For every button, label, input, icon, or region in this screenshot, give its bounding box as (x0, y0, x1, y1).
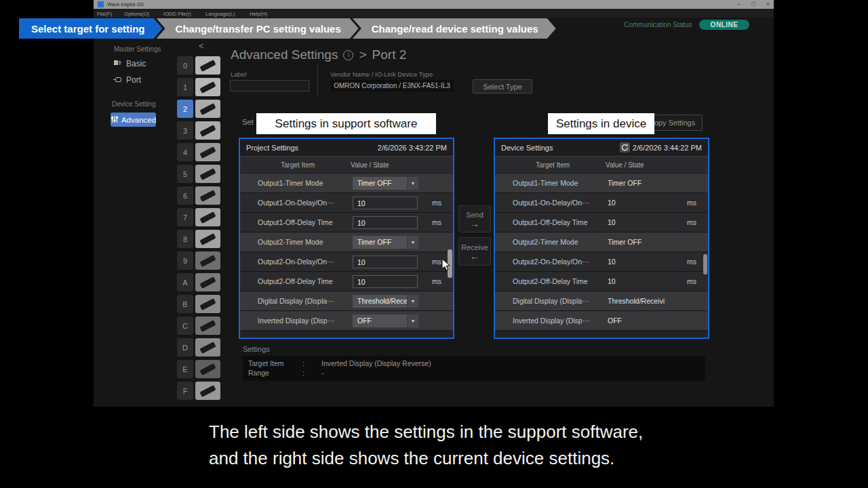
select-type-button[interactable]: Select Type (473, 79, 532, 94)
menu-item[interactable]: Options(O) (124, 10, 149, 16)
sidebar-item-advanced[interactable]: Advanced (111, 113, 156, 127)
port-item-9[interactable]: 9 (177, 251, 220, 270)
setting-row[interactable]: Output2-Off-Delay Time10ms (495, 272, 708, 291)
device-photo-icon (195, 317, 220, 335)
port-item-D[interactable]: D (177, 338, 220, 357)
column-value-state: Value / State (606, 161, 644, 169)
setting-row[interactable]: Digital Display (Displa···Threshold/Rece… (240, 291, 453, 311)
port-item-1[interactable]: 1 (177, 78, 220, 96)
setting-row[interactable]: Output1-Timer ModeTimer OFF (495, 174, 708, 193)
value-text: 10 (608, 258, 616, 266)
port-list: 0123456789ABCDEF (177, 56, 220, 400)
setting-item-label: Output1-Off-Delay Time (258, 218, 333, 226)
setting-row[interactable]: Output1-Timer ModeTimer OFF▼ (240, 174, 453, 193)
port-item-5[interactable]: 5 (177, 165, 220, 183)
setting-row[interactable]: Output2-Off-Delay Timems (240, 272, 453, 291)
setting-item-label: Digital Display (Displa··· (258, 297, 334, 305)
minimize-button[interactable]: – (737, 0, 741, 9)
device-photo-icon (195, 295, 220, 313)
setting-row[interactable]: Output2-On-Delay/On···10ms (495, 252, 708, 272)
port-icon (113, 75, 122, 85)
setting-item-label: Digital Display (Displa··· (513, 297, 589, 305)
menu-item[interactable]: Language(L) (205, 10, 235, 16)
port-item-7[interactable]: 7 (177, 208, 220, 226)
value-input[interactable] (353, 216, 418, 229)
value-input[interactable] (353, 275, 418, 288)
section-label-fragment: Set (242, 118, 254, 126)
port-item-E[interactable]: E (177, 360, 220, 378)
chevron-down-icon: ▼ (407, 314, 418, 327)
project-panel-header: Project Settings 2/6/2026 3:43:22 PM (240, 139, 453, 156)
device-panel-header: Device Settings 2/6/2026 3:44:22 PM (495, 139, 708, 156)
dropdown-value: Timer OFF (353, 177, 407, 190)
field-divider (317, 65, 318, 96)
device-timestamp: 2/6/2026 3:44:22 PM (633, 144, 702, 152)
port-number: 7 (177, 208, 193, 226)
port-item-6[interactable]: 6 (177, 186, 220, 205)
app-icon (98, 1, 104, 7)
device-settings-panel: Device Settings 2/6/2026 3:44:22 PM Targ… (494, 138, 709, 339)
refresh-icon[interactable] (620, 142, 630, 152)
menu-item[interactable]: IODD File(I) (163, 10, 191, 16)
device-shape (199, 146, 216, 159)
window-controls: –□× (737, 0, 770, 9)
port-item-A[interactable]: A (177, 273, 220, 291)
setting-row[interactable]: Output1-On-Delay/On···10ms (495, 193, 708, 213)
port-item-3[interactable]: 3 (177, 121, 220, 140)
value-text: 10 (608, 218, 616, 226)
port-item-C[interactable]: C (177, 317, 220, 335)
port-item-8[interactable]: 8 (177, 230, 220, 248)
maximize-button[interactable]: □ (751, 0, 755, 9)
setting-row[interactable]: Digital Display (Displa···Threshold/Rece… (495, 291, 708, 311)
value-dropdown[interactable]: OFF▼ (353, 314, 418, 327)
setting-row[interactable]: Output2-On-Delay/On···ms (240, 252, 453, 272)
setting-row[interactable]: Inverted Display (Disp···OFF▼ (240, 311, 453, 331)
range-value: - (321, 368, 324, 378)
menu-item[interactable]: Help(H) (250, 10, 267, 16)
value-input[interactable] (353, 197, 418, 209)
vendor-field-label: Vendor Name / IO-Link Device Type (330, 70, 433, 77)
device-shape (199, 298, 216, 310)
port-item-2[interactable]: 2 (177, 100, 220, 118)
device-shape (199, 168, 216, 180)
port-number: E (177, 360, 193, 378)
receive-button-label: Receive (461, 243, 488, 251)
value-dropdown[interactable]: Timer OFF▼ (353, 236, 418, 249)
setting-row[interactable]: Output1-On-Delay/On···ms (240, 193, 453, 213)
device-photo-icon (195, 230, 220, 248)
device-shape (199, 125, 216, 137)
setting-row[interactable]: Output2-Timer ModeTimer OFF▼ (240, 232, 453, 252)
menu-bar: File(F)Options(O)IODD File(I)Language(L)… (94, 9, 774, 18)
value-dropdown[interactable]: Threshold/Rece▼ (353, 295, 418, 308)
info-icon[interactable]: i (343, 50, 353, 60)
setting-row[interactable]: Output2-Timer ModeTimer OFF (495, 232, 708, 252)
receive-button[interactable]: Receive ← (458, 237, 491, 266)
basic-icon (113, 59, 122, 68)
port-item-B[interactable]: B (177, 295, 220, 313)
label-input[interactable] (230, 80, 309, 92)
send-button[interactable]: Send → (458, 205, 491, 232)
sidebar-item-port[interactable]: Port (113, 75, 141, 85)
menu-item[interactable]: File(F) (97, 10, 112, 16)
setting-row[interactable]: Inverted Display (Disp···OFF (495, 311, 708, 331)
scrollbar-thumb[interactable] (703, 254, 707, 274)
breadcrumb-step[interactable]: Select target for setting (19, 18, 163, 39)
port-item-F[interactable]: F (177, 382, 220, 400)
port-number: 6 (177, 186, 193, 205)
setting-row[interactable]: Output1-Off-Delay Timems (240, 213, 453, 232)
breadcrumb-step[interactable]: Change/transfer PC setting values (157, 18, 359, 39)
sidebar-item-port-label: Port (126, 75, 141, 85)
port-item-0[interactable]: 0 (177, 56, 220, 75)
project-timestamp: 2/6/2026 3:43:22 PM (378, 144, 447, 152)
project-settings-panel: Project Settings 2/6/2026 3:43:22 PM Tar… (239, 138, 454, 339)
value-dropdown[interactable]: Timer OFF▼ (353, 177, 418, 190)
value-input[interactable] (353, 256, 418, 268)
close-button[interactable]: × (766, 0, 770, 9)
collapse-panel-icon[interactable]: < (199, 41, 204, 51)
sidebar-item-basic[interactable]: Basic (113, 59, 146, 68)
dropdown-value: OFF (353, 314, 407, 327)
breadcrumb-step[interactable]: Change/read device setting values (353, 18, 556, 39)
port-item-4[interactable]: 4 (177, 143, 220, 161)
setting-row[interactable]: Output1-Off-Delay Time10ms (495, 213, 708, 232)
value-text: Timer OFF (608, 179, 642, 187)
